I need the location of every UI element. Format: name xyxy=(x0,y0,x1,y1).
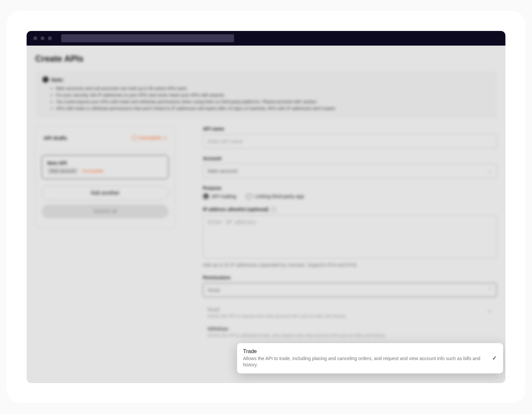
option-desc: Allows the API to request and view accou… xyxy=(207,313,346,319)
account-select[interactable]: Main account ⌄ xyxy=(203,164,497,178)
main-columns: API drafts ! Incomplete: 1 New API Main … xyxy=(35,126,497,370)
api-name-label: API name xyxy=(203,126,497,131)
submit-all-button[interactable]: Submit all xyxy=(42,204,169,218)
option-title: Read xyxy=(207,307,346,312)
window-titlebar xyxy=(27,31,505,46)
purpose-label: Purpose xyxy=(203,185,497,191)
option-desc: Allows the API to withdraw funds, and re… xyxy=(207,332,492,338)
note-item: For your security, link IP addresses to … xyxy=(56,92,489,99)
ip-label-text: IP address allowlist (optional) xyxy=(203,207,268,212)
note-item: APIs with trade or withdraw permissions … xyxy=(56,105,489,112)
option-title: Withdraw xyxy=(207,326,492,331)
incomplete-summary: ! Incomplete: 1 xyxy=(132,135,167,140)
chevron-down-icon: ⌄ xyxy=(488,168,492,173)
help-icon[interactable]: ? xyxy=(271,207,276,212)
permissions-label: Permissions xyxy=(203,275,497,280)
account-value: Main account xyxy=(208,168,237,174)
api-name-input[interactable] xyxy=(203,134,497,148)
radio-dot-icon xyxy=(203,193,209,199)
note-list: Main accounts and sub-accounts can hold … xyxy=(43,85,489,112)
note-heading-text: Note: xyxy=(51,77,64,83)
page-title: Create APIs xyxy=(35,54,497,64)
radio-dot-icon xyxy=(246,193,252,199)
content-stack: Create APIs i Note: Main accounts and su… xyxy=(27,46,505,383)
incomplete-count: Incomplete: 1 xyxy=(139,135,167,140)
account-field: Account Main account ⌄ xyxy=(203,156,497,178)
note-panel: i Note: Main accounts and sub-accounts c… xyxy=(35,71,497,118)
option-read[interactable]: Read Allows the API to request and view … xyxy=(203,303,497,322)
radio-api-trading[interactable]: API trading xyxy=(203,193,236,199)
note-heading: i Note: xyxy=(43,77,489,83)
url-bar[interactable] xyxy=(61,34,234,42)
close-dot[interactable] xyxy=(33,36,37,40)
trade-option-popover[interactable]: Trade Allows the API to trade, including… xyxy=(237,343,503,373)
popover-title: Trade xyxy=(243,348,485,354)
popover-desc: Allows the API to trade, including placi… xyxy=(243,355,485,368)
option-withdraw[interactable]: Withdraw Allows the API to withdraw fund… xyxy=(203,322,497,342)
permissions-value: Read xyxy=(208,287,220,293)
ip-field: IP address allowlist (optional) ? Add up… xyxy=(203,207,497,268)
purpose-field: Purpose API trading Linking third-party … xyxy=(203,185,497,199)
note-item: You could expose your APIs with trade an… xyxy=(56,99,489,105)
note-item: Main accounts and sub-accounts can hold … xyxy=(56,85,489,92)
sidebar-header: API drafts ! Incomplete: 1 xyxy=(42,132,169,149)
maximize-dot[interactable] xyxy=(48,36,52,40)
check-icon: ✓ xyxy=(492,354,497,362)
draft-status: Incomplete xyxy=(82,168,103,173)
api-form: API name Account Main account ⌄ Purpose xyxy=(203,126,497,370)
info-icon: i xyxy=(43,77,49,83)
radio-third-party[interactable]: Linking third-party app xyxy=(246,193,304,199)
popover-body: Trade Allows the API to trade, including… xyxy=(243,348,485,368)
draft-name: New API xyxy=(47,160,163,166)
permissions-select[interactable]: Read ⌃ xyxy=(203,283,497,297)
radio-label: Linking third-party app xyxy=(255,193,304,199)
ip-input[interactable] xyxy=(203,215,497,258)
radio-label: API trading xyxy=(211,193,236,199)
check-icon: ✓ xyxy=(487,308,492,315)
purpose-radio-group: API trading Linking third-party app xyxy=(203,193,497,199)
ip-label: IP address allowlist (optional) ? xyxy=(203,207,497,212)
account-label: Account xyxy=(203,156,497,161)
warning-icon: ! xyxy=(132,135,137,140)
page-content: Create APIs i Note: Main accounts and su… xyxy=(27,46,505,383)
app-shell: Create APIs i Note: Main accounts and su… xyxy=(7,11,525,403)
minimize-dot[interactable] xyxy=(41,36,45,40)
ip-hint: Add up to 20 IP addresses separated by c… xyxy=(203,262,497,268)
add-another-button[interactable]: Add another xyxy=(42,186,169,200)
browser-window: Create APIs i Note: Main accounts and su… xyxy=(27,31,505,383)
traffic-lights xyxy=(33,36,52,40)
draft-account-tag: Main account xyxy=(47,168,78,174)
api-name-field: API name xyxy=(203,126,497,148)
draft-card[interactable]: New API Main account Incomplete xyxy=(42,155,169,179)
drafts-sidebar: API drafts ! Incomplete: 1 New API Main … xyxy=(35,126,175,229)
draft-tags: Main account Incomplete xyxy=(47,168,163,174)
sidebar-title: API drafts xyxy=(44,135,67,141)
chevron-up-icon: ⌃ xyxy=(488,287,492,293)
